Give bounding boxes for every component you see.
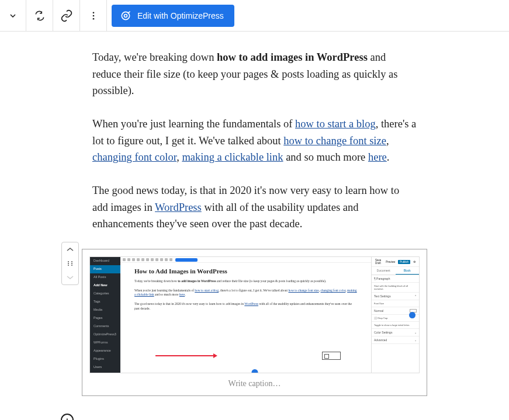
svg-point-8 xyxy=(71,263,72,264)
mini-para-2: When you're just learning the fundamenta… xyxy=(134,289,357,297)
svg-point-7 xyxy=(68,263,69,264)
edit-with-optimizepress-button[interactable]: Edit with OptimizePress xyxy=(112,5,234,27)
replace-button[interactable] xyxy=(26,0,53,32)
mini-editor-area: How to Add Images in WordPress Today, we… xyxy=(120,257,419,373)
mini-topbar xyxy=(120,257,371,263)
block-toolbar: Edit with OptimizePress xyxy=(0,0,509,32)
mini-para-3: The good news today is that in 2020 it's… xyxy=(134,302,357,311)
paragraph-2[interactable]: When you're just learning the fundamenta… xyxy=(92,116,417,166)
mini-wp-sidebar: Dashboard Posts All Posts Add New Catego… xyxy=(90,257,120,373)
mini-optimize-pill xyxy=(175,258,198,262)
link-button[interactable] xyxy=(53,0,80,32)
resize-handle-right[interactable] xyxy=(409,312,415,318)
link-here[interactable]: here xyxy=(368,151,387,163)
svg-point-4 xyxy=(124,14,127,17)
image-block[interactable]: Dashboard Posts All Posts Add New Catego… xyxy=(82,249,427,396)
svg-point-10 xyxy=(71,265,72,266)
mini-image-inserter xyxy=(322,352,341,360)
block-mover xyxy=(61,242,79,285)
optimize-label: Edit with OptimizePress xyxy=(137,11,224,20)
paragraph-1[interactable]: Today, we're breaking down how to add im… xyxy=(92,49,417,99)
move-up-button[interactable] xyxy=(62,242,78,256)
align-dropdown-button[interactable] xyxy=(0,0,26,32)
svg-point-0 xyxy=(92,12,94,13)
link-how-to-start-blog[interactable]: how to start a blog xyxy=(295,118,376,130)
paragraph-3[interactable]: The good news today, is that in 2020 it'… xyxy=(92,182,417,232)
svg-point-6 xyxy=(71,261,72,262)
resize-handle-bottom[interactable] xyxy=(251,369,258,373)
nested-screenshot-image[interactable]: Dashboard Posts All Posts Add New Catego… xyxy=(89,256,420,373)
link-change-font-size[interactable]: how to change font size xyxy=(283,135,386,147)
link-making-clickable-link[interactable]: making a clickable link xyxy=(182,151,283,163)
link-changing-font-color[interactable]: changing font color xyxy=(92,151,176,163)
red-arrow-icon xyxy=(155,355,214,356)
image-caption-input[interactable]: Write caption… xyxy=(89,379,420,388)
svg-point-1 xyxy=(92,15,94,16)
more-options-button[interactable] xyxy=(80,0,107,32)
mini-arrow-callout xyxy=(155,352,348,360)
mini-post-title: How to Add Images in WordPress xyxy=(134,268,357,275)
svg-point-5 xyxy=(68,261,69,262)
add-block-button[interactable]: + xyxy=(61,414,74,420)
plus-icon: + xyxy=(65,416,70,420)
mini-para-1: Today, we're breaking down how to add im… xyxy=(134,279,357,284)
post-content: Today, we're breaking down how to add im… xyxy=(0,32,509,232)
drag-handle[interactable] xyxy=(62,256,78,270)
svg-point-9 xyxy=(68,265,69,266)
move-down-button[interactable] xyxy=(62,270,78,284)
link-wordpress[interactable]: WordPress xyxy=(155,202,202,213)
svg-point-2 xyxy=(92,18,94,19)
target-icon xyxy=(120,10,131,22)
